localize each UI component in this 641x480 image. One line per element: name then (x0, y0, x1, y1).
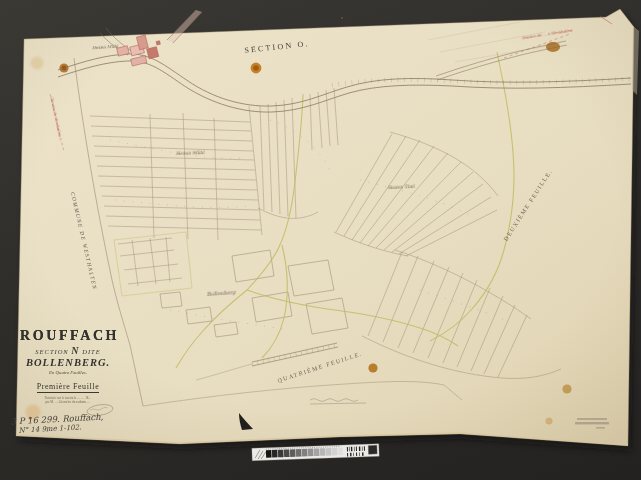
title-section-letter: N (71, 345, 79, 356)
title-fine-print-1: Terminée sur le terrain le … … 18… (20, 396, 116, 400)
mill-place-label-mid: Hexen Mühl (176, 150, 205, 156)
title-commune: ROUFFACH (20, 328, 116, 343)
map-scan-artwork (0, 0, 641, 480)
calibration-strip (252, 444, 379, 461)
scanned-cadastral-map: SECTION O. Hexen Mühl Hexen Mühl Hexen T… (0, 0, 641, 480)
title-lieu-dit: BOLLENBERG. (20, 357, 116, 368)
title-section-prefix: SECTION (35, 348, 68, 355)
title-fine-print-2: par M. … Géomètre du cadastre … (20, 400, 116, 404)
map-title-block: ROUFFACH SECTION N DITE BOLLENBERG. En Q… (20, 328, 116, 404)
title-feuille: Première Feuille (37, 382, 100, 393)
title-section-suffix: DITE (82, 348, 100, 355)
strip-dark-patch (368, 445, 377, 454)
title-section-line: SECTION N DITE (20, 345, 116, 356)
paper-corner-sliver (632, 26, 639, 95)
